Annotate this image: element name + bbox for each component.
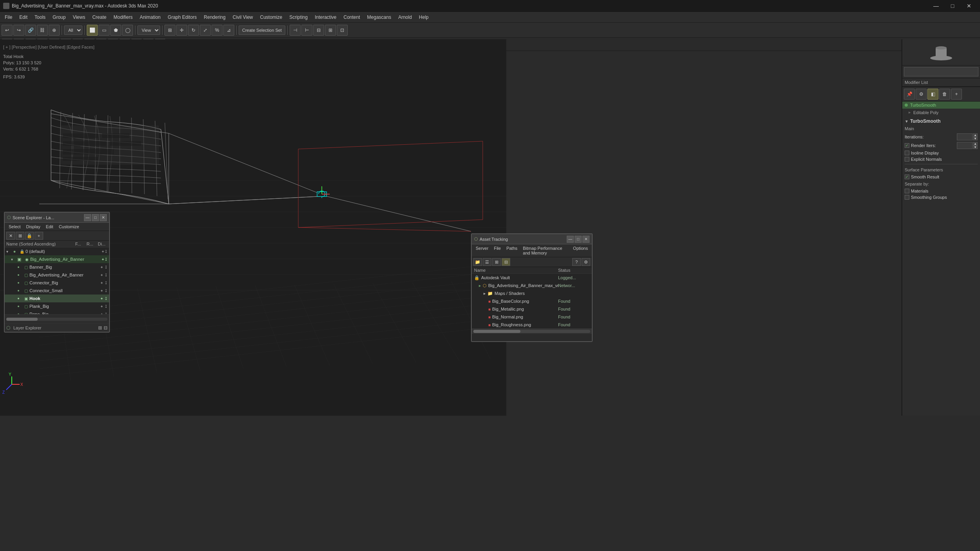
select-lasso-button[interactable]: ◯ — [122, 25, 133, 36]
render-iters-checkbox[interactable] — [905, 143, 909, 148]
list-item[interactable]: ▸ 📁 Maps / Shaders — [472, 289, 592, 297]
render-iters-spinbox[interactable]: 2 ▲ ▼ — [957, 142, 978, 149]
isoline-checkbox[interactable] — [905, 151, 909, 155]
bind-button[interactable]: ⊕ — [49, 25, 60, 36]
se-menu-customize[interactable]: Customize — [57, 224, 82, 230]
list-item[interactable]: ■ Big_BaseColor.png Found — [472, 297, 592, 305]
select-button[interactable]: ⬜ — [87, 25, 98, 36]
close-button[interactable]: ✕ — [961, 0, 977, 11]
select-region-button[interactable]: ▭ — [99, 25, 109, 36]
se-menu-display[interactable]: Display — [24, 224, 43, 230]
list-item[interactable]: ■ Big_Metallic.png Found — [472, 305, 592, 313]
menu-item-create[interactable]: Create — [89, 13, 109, 22]
list-item[interactable]: ● ▢ Connector_Big ✦ ↧ — [5, 279, 109, 287]
at-maximize-btn[interactable]: □ — [575, 236, 582, 243]
list-item[interactable]: 🔒 Autodesk Vault Logged... — [472, 274, 592, 282]
list-item[interactable]: ● ▢ Banner_Big ✦ ↧ — [5, 263, 109, 271]
smooth-result-checkbox[interactable] — [905, 175, 909, 179]
at-menu-server[interactable]: Server — [473, 245, 491, 256]
at-folder-btn[interactable]: 📁 — [473, 258, 482, 266]
modifier-editable-poly[interactable]: ▸ Editable Poly — [902, 109, 980, 116]
align-button[interactable]: ⊢ — [301, 25, 312, 36]
menu-item-graph-editors[interactable]: Graph Editors — [164, 13, 200, 22]
smoothing-groups-row[interactable]: Smoothing Groups — [905, 194, 978, 200]
list-item[interactable]: ● ▢ Connector_Small ✦ ↧ — [5, 287, 109, 295]
menu-item-megascans[interactable]: Megascans — [364, 13, 394, 22]
explicit-normals-row[interactable]: Explicit Normals — [905, 156, 978, 162]
se-scrollbar-thumb[interactable] — [6, 318, 38, 321]
show-modifier-button[interactable]: ◧ — [927, 89, 938, 100]
at-menu-file[interactable]: File — [491, 245, 503, 256]
render-iters-spin-buttons[interactable]: ▲ ▼ — [973, 142, 978, 149]
at-menu-bitmap-performance-and-memory[interactable]: Bitmap Performance and Memory — [520, 245, 570, 256]
menu-item-content[interactable]: Content — [340, 13, 363, 22]
expand-icon[interactable]: ▾ — [11, 257, 16, 262]
list-item[interactable]: ■ Big_Normal.png Found — [472, 313, 592, 321]
at-minimize-btn[interactable]: — — [567, 236, 574, 243]
menu-item-help[interactable]: Help — [416, 13, 432, 22]
render-iters-checkbox-row[interactable]: Render Iters: — [905, 142, 936, 149]
delete-modifier-button[interactable]: 🗑 — [939, 89, 950, 100]
pin-modifier-button[interactable]: 📌 — [904, 89, 915, 100]
se-horizontal-scrollbar[interactable] — [6, 318, 108, 321]
iterations-spinbox[interactable]: 0 ▲ ▼ — [957, 133, 978, 140]
link-button[interactable]: 🔗 — [25, 25, 36, 36]
create-selection-set-button[interactable]: Create Selection Set — [239, 25, 285, 35]
at-menu-options[interactable]: Options — [571, 245, 590, 256]
mirror-button[interactable]: ⊣ — [290, 25, 301, 36]
se-maximize-btn[interactable]: □ — [92, 214, 99, 221]
list-item[interactable]: ● ▢ Rope_Big ✦ ↧ — [5, 310, 109, 314]
configure-modifier-button[interactable]: ⚙ — [916, 89, 927, 100]
iterations-up[interactable]: ▲ — [973, 133, 978, 137]
array-button[interactable]: ⊞ — [325, 25, 336, 36]
menu-item-edit[interactable]: Edit — [16, 13, 31, 22]
se-close-btn[interactable]: ✕ — [100, 214, 107, 221]
se-menu-edit[interactable]: Edit — [44, 224, 56, 230]
redo-button[interactable]: ↪ — [13, 25, 24, 36]
isoline-display-row[interactable]: Isoline Display — [905, 150, 978, 156]
list-item[interactable]: ▾ ▣ ◉ Big_Advertising_Air_Banner ✦ ↧ — [5, 255, 109, 263]
iterations-spin-buttons[interactable]: ▲ ▼ — [973, 133, 978, 140]
move-button[interactable]: ✛ — [176, 25, 187, 36]
at-menu-paths[interactable]: Paths — [504, 245, 520, 256]
materials-checkbox[interactable] — [905, 189, 909, 193]
snapshot-button[interactable]: ⊡ — [337, 25, 348, 36]
add-modifier-button[interactable]: + — [951, 89, 962, 100]
scene-explorer-content[interactable]: ▾ ● 🔒 0 (default) ✦ ↧ ▾ ▣ ◉ Big_Advertis… — [5, 247, 109, 314]
render-iters-input[interactable]: 2 — [957, 142, 973, 149]
explicit-normals-checkbox[interactable] — [905, 157, 909, 162]
se-filter-btn[interactable]: ⊞ — [16, 232, 24, 240]
list-item[interactable]: ● ▢ Big_Advertising_Air_Banner ✦ ↧ — [5, 271, 109, 279]
list-item[interactable]: ■ Big_Roughness.png Found — [472, 321, 592, 329]
modifier-turbosmooth[interactable]: TurboSmooth — [902, 102, 980, 109]
minimize-button[interactable]: — — [928, 0, 944, 11]
se-close-filter[interactable]: ✕ — [6, 232, 15, 240]
menu-item-interactive[interactable]: Interactive — [312, 13, 339, 22]
view-dropdown[interactable]: View — [137, 25, 160, 35]
select-fence-button[interactable]: ⬟ — [110, 25, 121, 36]
menu-item-group[interactable]: Group — [49, 13, 69, 22]
at-scrollbar-thumb[interactable] — [473, 330, 520, 333]
at-title-controls[interactable]: — □ ✕ — [567, 236, 589, 243]
title-bar-controls[interactable]: — □ ✕ — [928, 0, 977, 11]
se-lock-btn[interactable]: 🔒 — [25, 232, 34, 240]
scene-explorer-controls[interactable]: — □ ✕ — [84, 214, 107, 221]
at-content[interactable]: 🔒 Autodesk Vault Logged... ▸ ⬡ Big_Adver… — [472, 274, 592, 329]
list-item[interactable]: ▸ ⬡ Big_Advertising_Air_Banner_max_vray.… — [472, 282, 592, 289]
at-settings-btn[interactable]: ⚙ — [582, 258, 590, 266]
maximize-button[interactable]: □ — [945, 0, 960, 11]
at-horizontal-scrollbar[interactable] — [473, 330, 590, 333]
menu-item-arnold[interactable]: Arnold — [395, 13, 415, 22]
menu-item-civil-view[interactable]: Civil View — [230, 13, 256, 22]
list-item[interactable]: ● ▢ Plank_Big ✦ ↧ — [5, 302, 109, 310]
undo-button[interactable]: ↩ — [2, 25, 13, 36]
layer-icon-2[interactable]: ⊟ — [104, 325, 108, 331]
unlink-button[interactable]: ⛓ — [37, 25, 48, 36]
object-name-input[interactable]: Hook — [904, 67, 978, 76]
menu-item-file[interactable]: File — [2, 13, 15, 22]
iterations-input[interactable]: 0 — [957, 133, 973, 140]
select-all-button[interactable]: ⊞ — [164, 25, 175, 36]
at-scrollbar-area[interactable] — [472, 329, 592, 333]
menu-item-customize[interactable]: Customize — [257, 13, 286, 22]
menu-item-views[interactable]: Views — [69, 13, 88, 22]
